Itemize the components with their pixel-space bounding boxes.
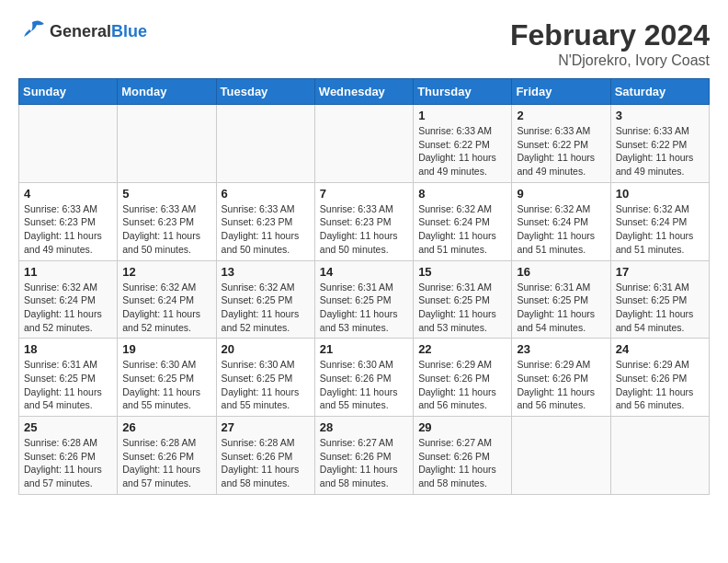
calendar-cell: 26Sunrise: 6:28 AMSunset: 6:26 PMDayligh… bbox=[118, 417, 216, 495]
calendar-cell: 11Sunrise: 6:32 AMSunset: 6:24 PMDayligh… bbox=[19, 260, 118, 339]
calendar-cell bbox=[610, 417, 709, 495]
day-info: Sunrise: 6:29 AMSunset: 6:26 PMDaylight:… bbox=[616, 358, 704, 412]
day-number: 19 bbox=[122, 342, 210, 356]
day-info: Sunrise: 6:32 AMSunset: 6:25 PMDaylight:… bbox=[222, 281, 310, 335]
day-number: 14 bbox=[320, 265, 408, 279]
calendar-cell: 4Sunrise: 6:33 AMSunset: 6:23 PMDaylight… bbox=[19, 182, 118, 260]
day-info: Sunrise: 6:29 AMSunset: 6:26 PMDaylight:… bbox=[418, 358, 506, 412]
weekday-header-thursday: Thursday bbox=[414, 79, 512, 105]
calendar-cell: 27Sunrise: 6:28 AMSunset: 6:26 PMDayligh… bbox=[216, 417, 314, 495]
day-number: 24 bbox=[616, 342, 704, 356]
calendar-cell bbox=[216, 105, 314, 183]
day-number: 21 bbox=[320, 342, 408, 356]
calendar-cell: 15Sunrise: 6:31 AMSunset: 6:25 PMDayligh… bbox=[414, 260, 512, 339]
day-number: 5 bbox=[122, 187, 210, 201]
calendar-cell: 3Sunrise: 6:33 AMSunset: 6:22 PMDaylight… bbox=[610, 105, 709, 183]
main-title: February 2024 bbox=[510, 18, 710, 52]
day-number: 16 bbox=[517, 265, 605, 279]
calendar-cell: 23Sunrise: 6:29 AMSunset: 6:26 PMDayligh… bbox=[512, 339, 610, 417]
logo: GeneralBlue bbox=[18, 18, 147, 44]
calendar-cell: 17Sunrise: 6:31 AMSunset: 6:25 PMDayligh… bbox=[610, 260, 709, 339]
day-number: 29 bbox=[418, 420, 506, 434]
day-number: 6 bbox=[222, 187, 310, 201]
day-number: 11 bbox=[24, 265, 112, 279]
day-number: 28 bbox=[320, 420, 408, 434]
day-info: Sunrise: 6:32 AMSunset: 6:24 PMDaylight:… bbox=[122, 281, 210, 335]
weekday-header-wednesday: Wednesday bbox=[314, 79, 413, 105]
day-info: Sunrise: 6:31 AMSunset: 6:25 PMDaylight:… bbox=[24, 358, 112, 412]
day-info: Sunrise: 6:32 AMSunset: 6:24 PMDaylight:… bbox=[616, 202, 704, 257]
day-info: Sunrise: 6:28 AMSunset: 6:26 PMDaylight:… bbox=[24, 436, 112, 490]
calendar-cell: 9Sunrise: 6:32 AMSunset: 6:24 PMDaylight… bbox=[512, 182, 610, 260]
day-info: Sunrise: 6:33 AMSunset: 6:23 PMDaylight:… bbox=[320, 202, 408, 257]
day-info: Sunrise: 6:33 AMSunset: 6:22 PMDaylight:… bbox=[616, 124, 704, 178]
calendar-cell: 22Sunrise: 6:29 AMSunset: 6:26 PMDayligh… bbox=[414, 339, 512, 417]
day-number: 7 bbox=[320, 187, 408, 201]
subtitle: N'Djorekro, Ivory Coast bbox=[510, 52, 710, 69]
day-number: 9 bbox=[517, 187, 605, 201]
day-info: Sunrise: 6:30 AMSunset: 6:26 PMDaylight:… bbox=[320, 358, 408, 412]
day-number: 15 bbox=[418, 265, 506, 279]
day-number: 20 bbox=[222, 342, 310, 356]
day-number: 12 bbox=[122, 265, 210, 279]
day-number: 27 bbox=[222, 420, 310, 434]
day-info: Sunrise: 6:27 AMSunset: 6:26 PMDaylight:… bbox=[320, 436, 408, 490]
calendar-cell: 13Sunrise: 6:32 AMSunset: 6:25 PMDayligh… bbox=[216, 260, 314, 339]
title-block: February 2024 N'Djorekro, Ivory Coast bbox=[510, 18, 710, 69]
calendar-cell: 25Sunrise: 6:28 AMSunset: 6:26 PMDayligh… bbox=[19, 417, 118, 495]
day-info: Sunrise: 6:28 AMSunset: 6:26 PMDaylight:… bbox=[222, 436, 310, 490]
day-number: 10 bbox=[616, 187, 704, 201]
day-info: Sunrise: 6:33 AMSunset: 6:23 PMDaylight:… bbox=[122, 202, 210, 257]
day-info: Sunrise: 6:30 AMSunset: 6:25 PMDaylight:… bbox=[222, 358, 310, 412]
day-info: Sunrise: 6:31 AMSunset: 6:25 PMDaylight:… bbox=[616, 281, 704, 335]
day-info: Sunrise: 6:28 AMSunset: 6:26 PMDaylight:… bbox=[122, 436, 210, 490]
calendar-cell bbox=[118, 105, 216, 183]
day-info: Sunrise: 6:30 AMSunset: 6:25 PMDaylight:… bbox=[122, 358, 210, 412]
day-number: 26 bbox=[122, 420, 210, 434]
calendar-week-3: 11Sunrise: 6:32 AMSunset: 6:24 PMDayligh… bbox=[19, 260, 710, 339]
calendar-cell: 10Sunrise: 6:32 AMSunset: 6:24 PMDayligh… bbox=[610, 182, 709, 260]
day-number: 2 bbox=[517, 109, 605, 122]
weekday-header-saturday: Saturday bbox=[610, 79, 709, 105]
calendar-cell: 24Sunrise: 6:29 AMSunset: 6:26 PMDayligh… bbox=[610, 339, 709, 417]
calendar-cell: 12Sunrise: 6:32 AMSunset: 6:24 PMDayligh… bbox=[118, 260, 216, 339]
calendar-cell bbox=[314, 105, 413, 183]
day-number: 4 bbox=[24, 187, 112, 201]
weekday-header-friday: Friday bbox=[512, 79, 610, 105]
day-info: Sunrise: 6:31 AMSunset: 6:25 PMDaylight:… bbox=[418, 281, 506, 335]
calendar-week-4: 18Sunrise: 6:31 AMSunset: 6:25 PMDayligh… bbox=[19, 339, 710, 417]
calendar-cell: 7Sunrise: 6:33 AMSunset: 6:23 PMDaylight… bbox=[314, 182, 413, 260]
day-info: Sunrise: 6:33 AMSunset: 6:22 PMDaylight:… bbox=[418, 124, 506, 178]
calendar-cell bbox=[512, 417, 610, 495]
day-info: Sunrise: 6:32 AMSunset: 6:24 PMDaylight:… bbox=[24, 281, 112, 335]
day-number: 8 bbox=[418, 187, 506, 201]
calendar-week-1: 1Sunrise: 6:33 AMSunset: 6:22 PMDaylight… bbox=[19, 105, 710, 183]
day-info: Sunrise: 6:33 AMSunset: 6:23 PMDaylight:… bbox=[222, 202, 310, 257]
calendar-cell: 6Sunrise: 6:33 AMSunset: 6:23 PMDaylight… bbox=[216, 182, 314, 260]
day-info: Sunrise: 6:29 AMSunset: 6:26 PMDaylight:… bbox=[517, 358, 605, 412]
day-number: 1 bbox=[418, 109, 506, 122]
weekday-header-sunday: Sunday bbox=[19, 79, 118, 105]
day-number: 13 bbox=[222, 265, 310, 279]
calendar-cell: 5Sunrise: 6:33 AMSunset: 6:23 PMDaylight… bbox=[118, 182, 216, 260]
calendar-cell: 14Sunrise: 6:31 AMSunset: 6:25 PMDayligh… bbox=[314, 260, 413, 339]
day-number: 17 bbox=[616, 265, 704, 279]
day-info: Sunrise: 6:33 AMSunset: 6:22 PMDaylight:… bbox=[517, 124, 605, 178]
page-header: GeneralBlue February 2024 N'Djorekro, Iv… bbox=[18, 18, 710, 69]
calendar-cell: 1Sunrise: 6:33 AMSunset: 6:22 PMDaylight… bbox=[414, 105, 512, 183]
day-info: Sunrise: 6:31 AMSunset: 6:25 PMDaylight:… bbox=[320, 281, 408, 335]
day-info: Sunrise: 6:32 AMSunset: 6:24 PMDaylight:… bbox=[418, 202, 506, 257]
calendar-cell: 29Sunrise: 6:27 AMSunset: 6:26 PMDayligh… bbox=[414, 417, 512, 495]
day-number: 25 bbox=[24, 420, 112, 434]
calendar-table: SundayMondayTuesdayWednesdayThursdayFrid… bbox=[18, 78, 710, 495]
calendar-cell: 8Sunrise: 6:32 AMSunset: 6:24 PMDaylight… bbox=[414, 182, 512, 260]
logo-bird-icon bbox=[18, 18, 46, 40]
calendar-cell bbox=[19, 105, 118, 183]
calendar-cell: 21Sunrise: 6:30 AMSunset: 6:26 PMDayligh… bbox=[314, 339, 413, 417]
day-info: Sunrise: 6:32 AMSunset: 6:24 PMDaylight:… bbox=[517, 202, 605, 257]
day-info: Sunrise: 6:33 AMSunset: 6:23 PMDaylight:… bbox=[24, 202, 112, 257]
calendar-cell: 20Sunrise: 6:30 AMSunset: 6:25 PMDayligh… bbox=[216, 339, 314, 417]
day-info: Sunrise: 6:27 AMSunset: 6:26 PMDaylight:… bbox=[418, 436, 506, 490]
logo-general: GeneralBlue bbox=[50, 22, 147, 41]
weekday-header-monday: Monday bbox=[118, 79, 216, 105]
